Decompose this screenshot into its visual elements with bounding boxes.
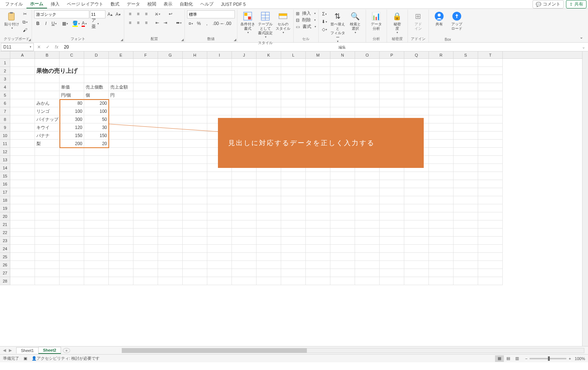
cell[interactable]: [232, 91, 257, 99]
cell[interactable]: [306, 277, 330, 285]
cell[interactable]: [257, 180, 281, 188]
cell[interactable]: [257, 212, 281, 220]
cell[interactable]: [380, 220, 404, 229]
cell[interactable]: [380, 261, 404, 269]
cell[interactable]: [10, 204, 35, 212]
cell[interactable]: [281, 220, 306, 229]
cell[interactable]: [453, 123, 478, 132]
row-header[interactable]: 9: [0, 123, 10, 132]
bold-button[interactable]: B: [34, 20, 42, 27]
cell[interactable]: [158, 196, 183, 204]
cell[interactable]: [281, 212, 306, 220]
cell[interactable]: [35, 269, 60, 277]
cell[interactable]: [306, 196, 330, 204]
cell[interactable]: [281, 180, 306, 188]
cell[interactable]: [35, 277, 60, 285]
row-header[interactable]: 8: [0, 115, 10, 123]
cell[interactable]: [355, 269, 380, 277]
cell[interactable]: [109, 212, 133, 220]
cell[interactable]: [183, 196, 207, 204]
cell[interactable]: 円: [109, 91, 133, 99]
cell[interactable]: 30: [84, 123, 109, 132]
cell[interactable]: [183, 107, 207, 115]
cell[interactable]: [183, 188, 207, 196]
cell[interactable]: [133, 164, 158, 172]
cell[interactable]: [84, 220, 109, 229]
cell[interactable]: [232, 269, 257, 277]
align-right-button[interactable]: ≡: [143, 19, 150, 26]
cell[interactable]: [84, 269, 109, 277]
cell[interactable]: [35, 59, 60, 67]
cell[interactable]: [60, 204, 84, 212]
cell[interactable]: [281, 91, 306, 99]
cell[interactable]: [109, 277, 133, 285]
cell[interactable]: [207, 229, 232, 237]
cell[interactable]: [10, 180, 35, 188]
cell[interactable]: [84, 204, 109, 212]
cell[interactable]: [429, 132, 453, 140]
cell[interactable]: [453, 67, 478, 75]
cell[interactable]: [10, 123, 35, 132]
cell[interactable]: [380, 67, 404, 75]
row-header[interactable]: 21: [0, 220, 10, 229]
cell[interactable]: [281, 172, 306, 180]
cell[interactable]: 100: [84, 107, 109, 115]
cell[interactable]: [232, 220, 257, 229]
sheet-tab-1[interactable]: Sheet1: [16, 347, 39, 353]
cell[interactable]: [207, 188, 232, 196]
cell[interactable]: [10, 115, 35, 123]
cell[interactable]: [404, 253, 429, 261]
cell[interactable]: [109, 115, 133, 123]
cell[interactable]: [306, 212, 330, 220]
cell[interactable]: [478, 261, 503, 269]
column-header[interactable]: T: [478, 51, 503, 58]
cell[interactable]: [133, 123, 158, 132]
cell[interactable]: [429, 140, 453, 148]
cell[interactable]: [281, 75, 306, 83]
cell[interactable]: 300: [60, 115, 84, 123]
cell[interactable]: [330, 59, 355, 67]
cell[interactable]: [306, 229, 330, 237]
cell[interactable]: [207, 253, 232, 261]
cell[interactable]: [355, 220, 380, 229]
horizontal-scrollbar[interactable]: [122, 348, 584, 353]
border-button[interactable]: ▦▾: [61, 20, 69, 27]
cell[interactable]: [429, 204, 453, 212]
cell[interactable]: [84, 164, 109, 172]
cell[interactable]: [306, 245, 330, 253]
cell[interactable]: [133, 196, 158, 204]
cell[interactable]: [207, 75, 232, 83]
cell[interactable]: [380, 196, 404, 204]
cell[interactable]: [183, 253, 207, 261]
cell[interactable]: [158, 164, 183, 172]
cell[interactable]: [330, 99, 355, 107]
cell[interactable]: [158, 59, 183, 67]
cell[interactable]: [84, 253, 109, 261]
cell[interactable]: 20: [84, 140, 109, 148]
cell[interactable]: [35, 212, 60, 220]
cell[interactable]: [257, 253, 281, 261]
cell[interactable]: [453, 83, 478, 91]
cell[interactable]: [330, 196, 355, 204]
cell[interactable]: [35, 148, 60, 156]
cell[interactable]: [306, 204, 330, 212]
format-cells-button[interactable]: ▭ 書式 ▾: [296, 24, 316, 30]
cell[interactable]: [10, 67, 35, 75]
cell[interactable]: [453, 172, 478, 180]
cell[interactable]: [84, 67, 109, 75]
cell[interactable]: [109, 229, 133, 237]
cell[interactable]: [257, 172, 281, 180]
cell[interactable]: [183, 115, 207, 123]
cell[interactable]: 100: [60, 107, 84, 115]
cell[interactable]: [158, 156, 183, 164]
cell[interactable]: [60, 67, 84, 75]
cell[interactable]: [207, 59, 232, 67]
decrease-indent-button[interactable]: ⇤: [154, 19, 161, 26]
cell[interactable]: [35, 245, 60, 253]
cell[interactable]: [429, 245, 453, 253]
cell[interactable]: [281, 253, 306, 261]
formula-bar[interactable]: [61, 43, 579, 51]
cell[interactable]: [330, 67, 355, 75]
cell[interactable]: [478, 196, 503, 204]
cell[interactable]: [109, 196, 133, 204]
